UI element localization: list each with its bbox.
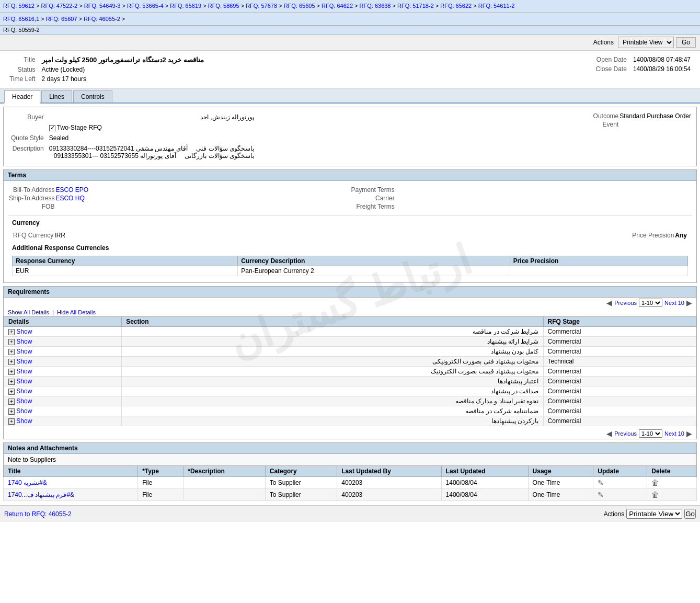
breadcrumb-rfq-65607[interactable]: RFQ: 65607 xyxy=(46,16,77,22)
header-left: Title مناقصه خرید 2دستگاه ترانسفورماتور … xyxy=(6,55,349,84)
price-precision-label: Price Precision xyxy=(632,232,674,239)
carrier-label: Carrier xyxy=(351,195,395,202)
notes-col-last-updated-by: Last Updated By xyxy=(337,466,441,477)
expand-icon-1[interactable]: + xyxy=(8,339,15,345)
notes-row-1: فرم پیشنهاد ف...1740#& File To Supplier … xyxy=(4,489,697,501)
notes-col-last-updated: Last Updated xyxy=(441,466,528,477)
bottom-actions-label: Actions xyxy=(604,510,624,518)
rfq-currency-value: IRR xyxy=(54,232,65,239)
next-10-link-bottom[interactable]: Next 10 xyxy=(664,430,684,437)
previous-link-bottom[interactable]: Previous xyxy=(614,430,637,437)
show-link-0[interactable]: Show xyxy=(16,328,32,335)
hide-all-details-link[interactable]: Hide All Details xyxy=(57,309,96,315)
ship-to-link[interactable]: ESCO HQ xyxy=(55,195,84,202)
req-row-4: + Show محتویات پیشنهاد قیمت بصورت الکترو… xyxy=(4,367,696,377)
two-stage-checkbox[interactable] xyxy=(49,125,55,131)
show-link-6[interactable]: Show xyxy=(16,388,32,395)
notes-title-link-1[interactable]: فرم پیشنهاد ف...1740#& xyxy=(8,491,74,498)
show-link-7[interactable]: Show xyxy=(16,397,32,405)
breadcrumb-rfq-65616[interactable]: RFQ: 65616,1 xyxy=(3,16,39,22)
breadcrumb-rfq-58695[interactable]: RFQ: 58695 xyxy=(208,3,239,9)
show-link-8[interactable]: Show xyxy=(16,407,32,415)
show-link-3[interactable]: Show xyxy=(16,358,32,365)
breadcrumb-rfq-65619[interactable]: RFQ: 65619 xyxy=(170,3,201,9)
notes-title-link-0[interactable]: نشریه 1740#& xyxy=(8,479,47,486)
requirements-nav-bottom: ◀ Previous 1-10 Next 10 ▶ xyxy=(4,428,696,439)
bill-to-link[interactable]: ESCO EPO xyxy=(55,186,88,194)
breadcrumb-rfq-46055-2[interactable]: RFQ: 46055-2 xyxy=(84,16,120,22)
breadcrumb-rfq-51718-2[interactable]: RFQ: 51718-2 xyxy=(397,3,434,9)
next-10-link[interactable]: Next 10 xyxy=(664,300,684,306)
requirements-section: Requirements ◀ Previous 1-10 Next 10 ▶ S… xyxy=(3,286,697,439)
breadcrumb-rfq-63638[interactable]: RFQ: 63638 xyxy=(360,3,391,9)
expand-icon-9[interactable]: + xyxy=(8,418,15,425)
breadcrumb-rfq-54611-2[interactable]: RFQ: 54611-2 xyxy=(478,3,515,9)
show-link-4[interactable]: Show xyxy=(16,368,32,375)
expand-icon-4[interactable]: + xyxy=(8,369,15,375)
top-action-bar: Actions Printable View Go xyxy=(0,35,700,51)
show-link-9[interactable]: Show xyxy=(16,417,32,425)
notes-col-type: *Type xyxy=(138,466,183,477)
req-row-3: + Show محتویات پیشنهاد فنی بصورت الکترون… xyxy=(4,357,696,367)
breadcrumb-rfq-47522-2[interactable]: RFQ: 47522-2 xyxy=(41,3,77,9)
page-range-select[interactable]: 1-10 xyxy=(639,299,662,307)
breadcrumb-rfq-65622[interactable]: RFQ: 65622 xyxy=(440,3,472,9)
desc-line2: آقای پورتوراله 03152573655 ---0913335530… xyxy=(54,152,176,160)
show-link-2[interactable]: Show xyxy=(16,348,32,355)
breadcrumb-rfq-64622[interactable]: RFQ: 64622 xyxy=(322,3,353,9)
breadcrumb-rfq-53665-4[interactable]: RFQ: 53665-4 xyxy=(127,3,164,9)
breadcrumb-rfq-59612[interactable]: RFQ: 59612 xyxy=(3,3,35,9)
ship-to-label: Ship-To Address xyxy=(9,195,54,202)
breadcrumb-rfq-54649-3[interactable]: RFQ: 54649-3 xyxy=(84,3,121,9)
status-value: Active (Locked) xyxy=(39,65,207,74)
expand-icon-5[interactable]: + xyxy=(8,379,15,385)
freight-terms-label: Freight Terms xyxy=(351,203,395,210)
actions-label: Actions xyxy=(593,39,614,46)
tab-header[interactable]: Header xyxy=(4,90,40,104)
title-label: Title xyxy=(6,55,39,65)
expand-icon-7[interactable]: + xyxy=(8,399,15,405)
printable-view-select[interactable]: Printable View xyxy=(618,37,674,48)
show-all-details-link[interactable]: Show All Details xyxy=(8,309,49,315)
bottom-printable-select[interactable]: Printable View xyxy=(626,509,682,519)
buyer-label: Buyer xyxy=(9,112,46,122)
rfq-title: مناقصه خرید 2دستگاه ترانسفورماتور 2500 ک… xyxy=(39,55,207,65)
req-col-details: Details xyxy=(4,317,122,327)
previous-link[interactable]: Previous xyxy=(614,300,637,306)
show-link-5[interactable]: Show xyxy=(16,378,32,385)
expand-icon-6[interactable]: + xyxy=(8,389,15,395)
delete-icon-1[interactable]: 🗑 xyxy=(651,491,659,499)
col-price-precision: Price Precision xyxy=(510,256,687,266)
open-date-label: Open Date xyxy=(593,55,630,64)
time-left-label: Time Left xyxy=(6,74,39,84)
return-to-rfq-link[interactable]: Return to RFQ: 46055-2 xyxy=(4,510,72,518)
req-details-cell: + Show xyxy=(4,347,122,357)
edit-icon-1[interactable]: ✎ xyxy=(598,491,604,499)
notes-col-description: *Description xyxy=(183,466,266,477)
notes-row-0: نشریه 1740#& File To Supplier 400203 140… xyxy=(4,477,697,489)
req-col-stage: RFQ Stage xyxy=(543,317,696,327)
req-section-cell: صداقت در پیشنهاد xyxy=(122,386,543,396)
breadcrumb-rfq-65605[interactable]: RFQ: 65605 xyxy=(284,3,315,9)
delete-icon-0[interactable]: 🗑 xyxy=(651,479,659,487)
requirements-nav: ◀ Previous 1-10 Next 10 ▶ xyxy=(4,298,696,308)
go-button-top[interactable]: Go xyxy=(676,37,696,48)
notes-delete-cell: 🗑 xyxy=(647,477,697,489)
tab-controls[interactable]: Controls xyxy=(73,90,112,103)
buyer-left: Buyer پورتوراله زیندش, احد Two-Stage RFQ… xyxy=(8,111,350,162)
page-range-select-bottom[interactable]: 1-10 xyxy=(639,429,662,438)
expand-icon-8[interactable]: + xyxy=(8,408,15,415)
show-link-1[interactable]: Show xyxy=(16,338,32,345)
go-button-bottom[interactable]: Go xyxy=(684,509,696,519)
edit-icon-0[interactable]: ✎ xyxy=(598,479,604,487)
tab-lines[interactable]: Lines xyxy=(41,90,72,103)
status-label: Status xyxy=(6,65,39,74)
expand-icon-3[interactable]: + xyxy=(8,359,15,365)
breadcrumb-rfq-57678[interactable]: RFQ: 57678 xyxy=(246,3,277,9)
req-section-cell: اعتبار پیشنهادها xyxy=(122,377,543,386)
expand-icon-2[interactable]: + xyxy=(8,349,15,355)
notes-col-usage: Usage xyxy=(528,466,593,477)
req-stage-cell: Commercial xyxy=(543,327,696,337)
expand-icon-0[interactable]: + xyxy=(8,329,15,335)
req-details-cell: + Show xyxy=(4,367,122,377)
